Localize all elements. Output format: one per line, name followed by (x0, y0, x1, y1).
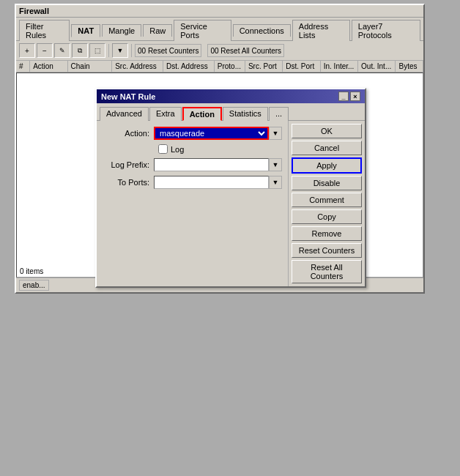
reset-all-counters-btn[interactable]: 00 Reset All Counters (207, 44, 284, 57)
table-header: # Action Chain Src. Address Dst. Address… (16, 61, 423, 72)
log-prefix-label: Log Prefix: (103, 160, 154, 169)
tab-nat[interactable]: NAT (71, 24, 100, 37)
col-dst-port: Dst. Port (283, 61, 320, 72)
col-out-int: Out. Int... (358, 61, 396, 72)
reset-counters-btn[interactable]: 00 Reset Counters (135, 44, 201, 57)
status-enable: enab... (19, 280, 49, 291)
tab-address-lists[interactable]: Address Lists (292, 20, 350, 41)
ok-button[interactable]: OK (292, 124, 362, 138)
col-src-port: Src. Port (245, 61, 283, 72)
action-select[interactable]: masquerade accept drop dst-nat src-nat (154, 127, 269, 140)
paste-button[interactable]: ⬚ (89, 43, 105, 58)
remove-button[interactable]: − (37, 43, 53, 58)
to-ports-input[interactable] (154, 176, 269, 189)
log-prefix-dropdown[interactable]: ▼ (269, 158, 282, 171)
tab-layer7-protocols[interactable]: Layer7 Protocols (352, 20, 420, 41)
action-label: Action: (103, 129, 154, 138)
tab-filter-rules[interactable]: Filter Rules (19, 20, 70, 41)
log-prefix-row: Log Prefix: ▼ (103, 158, 282, 171)
copy-action-button[interactable]: Copy (292, 209, 362, 224)
tab-extra[interactable]: Extra (149, 107, 182, 121)
tab-statistics[interactable]: Statistics (223, 107, 268, 121)
dialog-body: Action: masquerade accept drop dst-nat s… (97, 121, 365, 286)
items-count: 0 items (20, 267, 43, 275)
cancel-button[interactable]: Cancel (292, 141, 362, 155)
to-ports-label: To Ports: (103, 178, 154, 187)
dialog-tab-bar: Advanced Extra Action Statistics ... (97, 103, 365, 121)
tab-advanced[interactable]: Advanced (100, 107, 149, 121)
action-dropdown-arrow[interactable]: ▼ (269, 127, 282, 140)
app-title: Firewall (16, 5, 423, 18)
dialog-close-button[interactable]: × (350, 92, 360, 101)
toolbar: + − ✎ ⧉ ⬚ ▼ 00 Reset Counters 00 Reset A… (16, 41, 423, 61)
comment-button[interactable]: Comment (292, 193, 362, 207)
log-checkbox[interactable] (158, 144, 168, 154)
toolbar-separator (108, 44, 109, 57)
nat-rule-dialog: New NAT Rule _ × Advanced Extra Action S… (95, 88, 366, 288)
log-prefix-input[interactable] (154, 158, 269, 171)
to-ports-row: To Ports: ▼ (103, 176, 282, 189)
col-src-address: Src. Address (112, 61, 163, 72)
main-tab-bar: Filter Rules NAT Mangle Raw Service Port… (16, 18, 423, 41)
tab-service-ports[interactable]: Service Ports (174, 20, 231, 41)
col-proto: Proto... (215, 61, 245, 72)
edit-button[interactable]: ✎ (54, 43, 70, 58)
tab-mangle[interactable]: Mangle (102, 24, 141, 37)
tab-action[interactable]: Action (182, 107, 222, 121)
tab-connections[interactable]: Connections (233, 24, 291, 37)
reset-counters-button[interactable]: Reset Counters (292, 243, 362, 258)
col-hash: # (16, 61, 30, 72)
dialog-titlebar: New NAT Rule _ × (97, 89, 365, 103)
tab-more[interactable]: ... (269, 107, 289, 121)
remove-button[interactable]: Remove (292, 226, 362, 241)
log-row: Log (103, 144, 282, 154)
log-label: Log (171, 145, 184, 154)
dialog-minimize-button[interactable]: _ (338, 92, 349, 101)
copy-button[interactable]: ⧉ (72, 43, 88, 58)
col-dst-address: Dst. Address (163, 61, 215, 72)
tab-raw[interactable]: Raw (143, 24, 172, 37)
dialog-title: New NAT Rule (101, 92, 155, 101)
disable-button[interactable]: Disable (292, 176, 362, 190)
dialog-actions: OK Cancel Apply Disable Comment Copy Rem… (288, 121, 365, 286)
toolbar-separator-2 (131, 44, 132, 57)
col-bytes: Bytes (396, 61, 423, 72)
col-chain: Chain (68, 61, 113, 72)
col-in-inter: In. Inter... (321, 61, 358, 72)
col-action: Action (30, 61, 67, 72)
apply-button[interactable]: Apply (292, 157, 362, 174)
dialog-form: Action: masquerade accept drop dst-nat s… (97, 121, 288, 286)
action-row: Action: masquerade accept drop dst-nat s… (103, 127, 282, 140)
dialog-container: New NAT Rule _ × Advanced Extra Action S… (95, 88, 366, 288)
add-button[interactable]: + (19, 43, 35, 58)
dialog-title-buttons: _ × (338, 92, 360, 101)
reset-all-counters-button[interactable]: Reset All Counters (292, 260, 362, 283)
filter-button[interactable]: ▼ (112, 43, 128, 58)
to-ports-dropdown[interactable]: ▼ (269, 176, 282, 189)
